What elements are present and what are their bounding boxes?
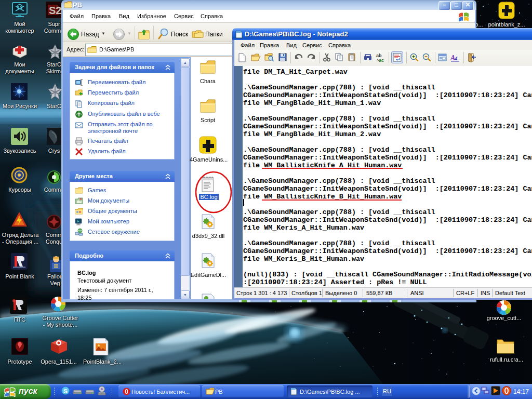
- svg-text:ac: ac: [379, 58, 384, 63]
- svg-text:S2: S2: [49, 5, 61, 16]
- svg-text:4: 4: [454, 55, 458, 61]
- svg-text:S: S: [63, 388, 68, 394]
